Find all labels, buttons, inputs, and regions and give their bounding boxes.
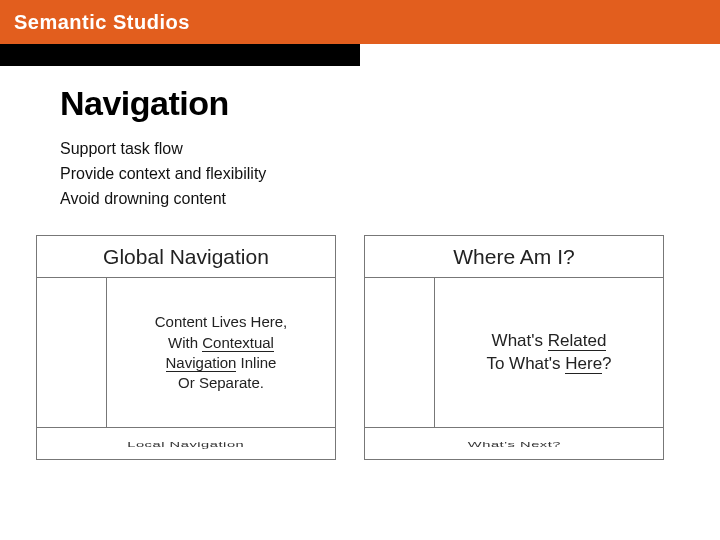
panel-text-line: What's Related — [486, 330, 611, 353]
panel-row: Global Navigation Content Lives Here, Wi… — [0, 235, 720, 460]
header-bar: Semantic Studios — [0, 0, 720, 44]
panel-text-line: With Contextual — [155, 333, 288, 353]
panel-sidebar — [365, 278, 435, 427]
panel-heading: Where Am I? — [365, 236, 663, 278]
bullet-list: Support task flow Provide context and fl… — [60, 137, 660, 211]
panel-global-navigation: Global Navigation Content Lives Here, Wi… — [36, 235, 336, 460]
page-title: Navigation — [60, 84, 660, 123]
panel-text-line: Or Separate. — [155, 373, 288, 393]
panel-main: Content Lives Here, With Contextual Navi… — [107, 278, 335, 427]
bullet-item: Support task flow — [60, 137, 660, 162]
panel-text-line: To What's Here? — [486, 353, 611, 376]
panel-footer: Local Navigation — [37, 427, 335, 459]
panel-body: What's Related To What's Here? — [365, 278, 663, 427]
panel-text-line: Content Lives Here, — [155, 312, 288, 332]
panel-where-am-i: Where Am I? What's Related To What's Her… — [364, 235, 664, 460]
panel-body: Content Lives Here, With Contextual Navi… — [37, 278, 335, 427]
panel-footer: What's Next? — [365, 427, 663, 459]
bullet-item: Avoid drowning content — [60, 187, 660, 212]
brand-logo: Semantic Studios — [14, 11, 190, 34]
bullet-item: Provide context and flexibility — [60, 162, 660, 187]
panel-heading: Global Navigation — [37, 236, 335, 278]
slide-content: Navigation Support task flow Provide con… — [0, 66, 720, 211]
accent-bar — [0, 44, 360, 66]
panel-text-line: Navigation Inline — [155, 353, 288, 373]
panel-sidebar — [37, 278, 107, 427]
panel-main: What's Related To What's Here? — [435, 278, 663, 427]
